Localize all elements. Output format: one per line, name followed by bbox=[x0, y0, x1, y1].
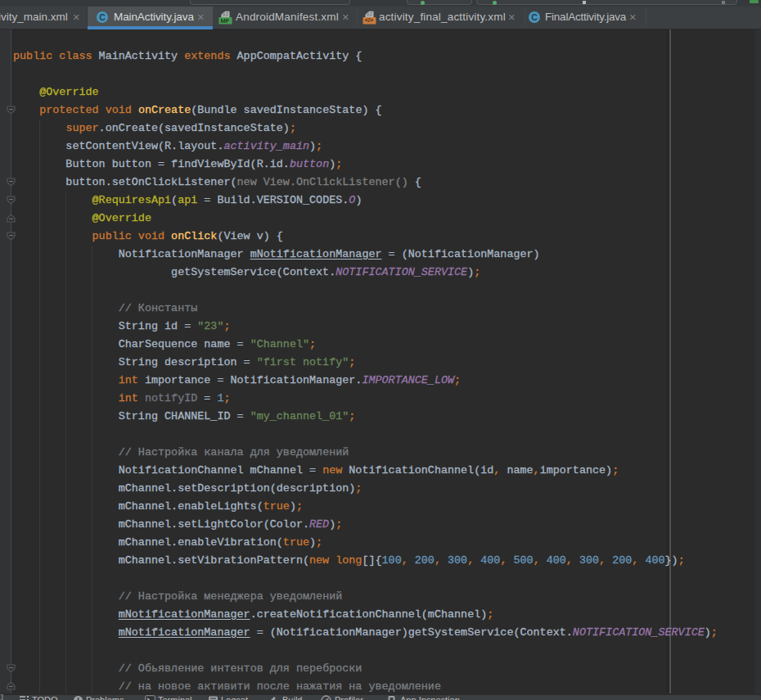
svg-text:MF: MF bbox=[221, 17, 230, 25]
svg-text:C: C bbox=[531, 12, 538, 22]
svg-text:</>: </> bbox=[365, 17, 373, 23]
svg-text:C: C bbox=[99, 12, 106, 22]
